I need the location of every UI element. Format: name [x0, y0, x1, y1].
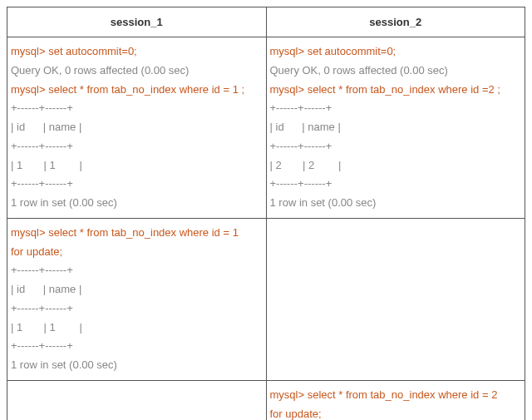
sql-output: +------+------+	[11, 137, 263, 156]
sql-output: Query OK, 0 rows affected (0.00 sec)	[270, 62, 522, 81]
sql-output: +------+------+	[11, 261, 263, 280]
table-row: mysql> select * from tab_no_index where …	[7, 380, 525, 420]
sql-output: 1 row in set (0.00 sec)	[11, 194, 263, 213]
sql-command: for update;	[270, 405, 522, 421]
session-2-cell	[266, 218, 525, 380]
sql-command: for update;	[11, 243, 263, 262]
header-session-1: session_1	[7, 7, 267, 37]
session-1-cell: mysql> select * from tab_no_index where …	[7, 218, 267, 380]
sql-output: | id | name |	[11, 280, 263, 299]
sql-output: +------+------+	[11, 99, 263, 118]
session-2-cell: mysql> set autocommit=0;Query OK, 0 rows…	[266, 37, 525, 219]
sql-output: +------+------+	[270, 137, 522, 156]
session-1-cell	[7, 380, 267, 420]
sql-output: | id | name |	[270, 118, 522, 137]
sql-command: mysql> set autocommit=0;	[11, 42, 263, 62]
session-2-cell: mysql> select * from tab_no_index where …	[266, 380, 525, 420]
sql-output: | 1 | 1 |	[11, 319, 263, 338]
header-row: session_1 session_2	[7, 7, 525, 37]
table-row: mysql> select * from tab_no_index where …	[7, 218, 525, 380]
sql-command: mysql> select * from tab_no_index where …	[11, 224, 263, 243]
sql-output: | 1 | 1 |	[11, 156, 263, 175]
sql-output: +------+------+	[11, 299, 263, 319]
session-table: session_1 session_2 mysql> set autocommi…	[7, 7, 525, 420]
sql-command: mysql> select * from tab_no_index where …	[11, 81, 263, 100]
sql-command: mysql> set autocommit=0;	[270, 42, 522, 62]
table-row: mysql> set autocommit=0;Query OK, 0 rows…	[7, 37, 525, 219]
session-1-cell: mysql> set autocommit=0;Query OK, 0 rows…	[7, 37, 267, 219]
sql-command: mysql> select * from tab_no_index where …	[270, 81, 522, 100]
sql-command: mysql> select * from tab_no_index where …	[270, 386, 522, 405]
sql-output: +------+------+	[270, 175, 522, 194]
sql-output: | 2 | 2 |	[270, 156, 522, 175]
sql-output: +------+------+	[11, 175, 263, 194]
sql-output: Query OK, 0 rows affected (0.00 sec)	[11, 62, 263, 81]
sql-output: 1 row in set (0.00 sec)	[11, 356, 263, 375]
header-session-2: session_2	[266, 7, 525, 37]
sql-output: +------+------+	[270, 99, 522, 118]
sql-output: 1 row in set (0.00 sec)	[270, 194, 522, 213]
sql-output: | id | name |	[11, 118, 263, 137]
sql-output: +------+------+	[11, 337, 263, 356]
